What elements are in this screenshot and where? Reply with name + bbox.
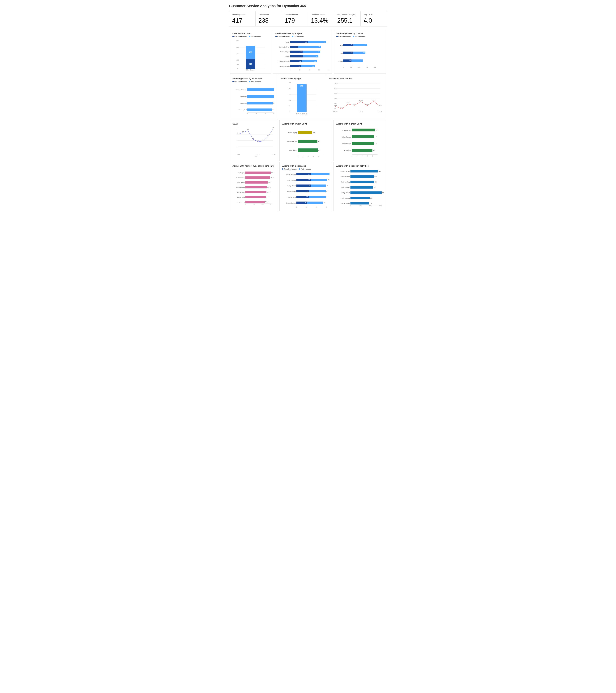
svg-text:0: 0 (247, 113, 248, 115)
escalated-volume-panel: Escalated case volume 100% 80% 60% 40% 2… (327, 75, 386, 119)
svg-text:453: 453 (374, 186, 376, 188)
svg-text:4: 4 (313, 156, 314, 157)
open-activities-panel: Agents with most open activities Clifton… (333, 162, 386, 211)
page-container: Customer Service Analytics for Dynamics … (225, 0, 391, 216)
highest-csat-panel: Agents with highest CSAT Trudy Lindsay R… (333, 120, 386, 161)
svg-text:4.6: 4.6 (247, 129, 249, 130)
svg-text:24: 24 (299, 60, 301, 62)
svg-text:5: 5 (237, 127, 238, 129)
svg-text:Oct 20: Oct 20 (378, 111, 382, 112)
svg-text:250.6: 250.6 (267, 187, 271, 188)
handle-time-title: Agents with highest avg. handle time (hr… (232, 165, 275, 167)
sla-legend: Resolved cases Active cases (232, 81, 274, 83)
svg-text:Query|Products: Query|Products (280, 65, 290, 67)
svg-text:1: 1 (351, 155, 352, 157)
svg-text:Rita Sherman: Rita Sherman (343, 136, 351, 138)
incoming-priority-legend: Resolved cases Active cases (336, 36, 384, 37)
svg-text:Service|Delivery: Service|Delivery (279, 46, 290, 48)
svg-text:470: 470 (374, 176, 377, 177)
svg-text:88: 88 (365, 44, 367, 46)
svg-text:1 Week - 1 Month: 1 Week - 1 Month (296, 113, 308, 115)
svg-text:624: 624 (382, 192, 384, 193)
svg-text:150: 150 (289, 94, 291, 95)
svg-rect-154 (298, 131, 312, 134)
svg-text:0: 0 (296, 206, 297, 208)
svg-text:Noah Overby: Noah Overby (289, 150, 297, 151)
svg-rect-82 (247, 102, 273, 104)
svg-text:100: 100 (358, 66, 360, 68)
kpi-resolved: Resolved cases 179 (282, 12, 308, 26)
incoming-subject-panel: Incoming cases by subject Resolved cases… (273, 30, 332, 74)
charts-row-4: Agents with highest avg. handle time (hr… (229, 162, 387, 212)
kpi-handle-label: Avg. handle time (hrs) (337, 14, 357, 16)
svg-rect-80 (247, 95, 274, 98)
legend-active-p: Active cases (353, 36, 365, 37)
svg-text:29: 29 (308, 185, 310, 186)
svg-text:4.5: 4.5 (375, 129, 377, 131)
svg-text:200: 200 (374, 66, 376, 68)
case-volume-title: Case volume trend (232, 32, 269, 35)
svg-rect-260 (350, 192, 382, 194)
svg-text:60: 60 (273, 113, 274, 115)
legend-resolved-s: Resolved cases (275, 36, 290, 37)
svg-text:Darryl Rivero: Darryl Rivero (287, 185, 296, 187)
svg-text:200: 200 (237, 59, 239, 61)
svg-text:294.6: 294.6 (271, 172, 274, 174)
svg-rect-256 (350, 181, 374, 183)
svg-text:Oct 13: Oct 13 (359, 111, 363, 112)
kpi-resolved-value: 179 (285, 17, 305, 24)
svg-text:17: 17 (296, 46, 297, 48)
svg-text:100: 100 (289, 99, 291, 101)
incoming-priority-chart: High Low Normal 64 88 63 78 52 72 (336, 39, 384, 71)
svg-text:200: 200 (359, 205, 362, 206)
svg-text:0: 0 (245, 203, 246, 205)
svg-text:Sharon Bentley: Sharon Bentley (286, 202, 296, 204)
svg-text:4.3: 4.3 (374, 143, 377, 144)
svg-text:4.3: 4.3 (374, 136, 377, 138)
svg-text:22: 22 (305, 202, 307, 203)
active-age-panel: Active cases by age 250 200 150 100 50 0… (278, 75, 325, 119)
svg-text:60%: 60% (334, 93, 337, 94)
svg-text:Normal: Normal (338, 60, 343, 62)
svg-text:Darryl Rivero: Darryl Rivero (342, 192, 350, 194)
svg-text:244.4: 244.4 (267, 192, 270, 193)
lowest-csat-chart: Holly Gregory Sharon Bentley Noah Overby… (282, 126, 329, 158)
svg-text:47: 47 (318, 46, 320, 48)
svg-text:Noah Overby: Noah Overby (237, 182, 245, 183)
svg-text:Oct 06: Oct 06 (236, 154, 240, 155)
svg-text:Clifton Earnest: Clifton Earnest (236, 187, 245, 188)
svg-text:High: High (340, 45, 343, 46)
svg-text:Darryl Rivero: Darryl Rivero (343, 150, 351, 151)
svg-text:26.9%: 26.9% (372, 99, 375, 101)
svg-text:Clifton Earnest: Clifton Earnest (342, 143, 351, 145)
svg-text:Trudy Lindsay: Trudy Lindsay (237, 201, 245, 203)
svg-text:Darryl Rivero: Darryl Rivero (237, 196, 245, 198)
active-age-chart: 250 200 150 100 50 0 238 1 Week - 1 Mont… (281, 81, 323, 116)
svg-text:Noah Overby: Noah Overby (287, 191, 296, 193)
svg-text:Rita Sherman: Rita Sherman (341, 176, 350, 178)
svg-rect-238 (307, 202, 323, 204)
svg-text:400: 400 (369, 205, 371, 206)
svg-text:29: 29 (308, 174, 310, 175)
svg-text:400: 400 (237, 46, 239, 48)
highest-csat-title: Agents with highest CSAT (336, 123, 384, 125)
svg-text:Holly Gregory: Holly Gregory (237, 172, 245, 174)
charts-row-3: CSAT 5 4 3 2 1 4 4.3 (229, 120, 387, 162)
svg-text:2: 2 (303, 156, 303, 157)
svg-text:2.9: 2.9 (262, 139, 264, 141)
kpi-active: Active cases 238 (255, 12, 282, 26)
svg-rect-203 (245, 201, 265, 203)
svg-text:57: 57 (273, 102, 274, 104)
lowest-csat-panel: Agents with lowest CSAT Holly Gregory Sh… (280, 120, 332, 161)
svg-rect-78 (247, 88, 274, 91)
svg-text:Query: Query (286, 41, 290, 43)
svg-rect-174 (352, 142, 374, 145)
svg-text:2019 October: 2019 October (246, 69, 255, 71)
svg-text:60: 60 (326, 206, 327, 208)
svg-text:466: 466 (374, 181, 377, 183)
svg-text:545: 545 (378, 171, 381, 172)
svg-text:0.0%: 0.0% (340, 107, 343, 108)
svg-text:Clifton Earnest: Clifton Earnest (287, 174, 296, 175)
svg-text:25: 25 (306, 196, 308, 198)
svg-rect-199 (245, 191, 266, 193)
